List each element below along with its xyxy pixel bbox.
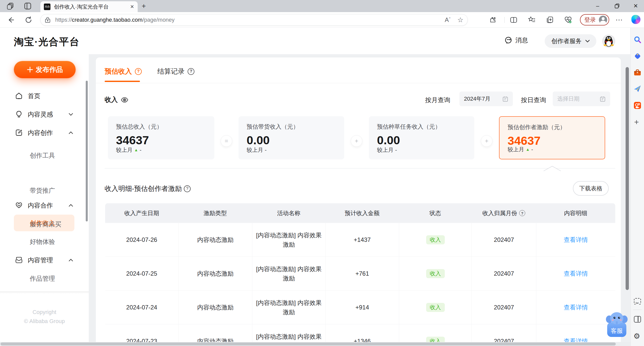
selected-card-caret [543, 165, 561, 171]
cell-type: 内容动态激励 [178, 257, 252, 290]
day-query-label: 按日查询 [521, 96, 546, 104]
stat-compare: 较上月▲- [116, 146, 141, 154]
cell-date: 2024-07-24 [105, 291, 178, 324]
active-tab-indicator [105, 81, 140, 82]
refresh-icon[interactable] [25, 16, 32, 24]
new-tab-button[interactable]: + [142, 2, 146, 10]
sidebar-item-promotion[interactable]: 带货推广 [30, 185, 55, 195]
cell-type: 内容动态激励 [178, 291, 252, 324]
stat-card-creator-incentive-selected[interactable]: 预估创作者激励（元） 34637 较上月▲- [499, 116, 605, 159]
plus-icon [27, 66, 33, 73]
screenshot-icon[interactable]: ✂ [634, 298, 641, 305]
view-details-link[interactable]: 查看详情 [564, 235, 588, 244]
month-query-label: 按月查询 [425, 96, 450, 104]
site-logo[interactable]: 淘宝·光合平台 [14, 35, 80, 49]
help-icon[interactable]: ? [188, 68, 194, 75]
status-badge: 收入 [426, 303, 445, 312]
month-picker-input[interactable]: 2024年7月 [459, 92, 513, 106]
tab-settlement-records[interactable]: 结算记录 ? [157, 67, 194, 76]
lock-icon[interactable] [45, 17, 51, 23]
income-detail-label: 收入明细-预估创作者激励 [105, 184, 182, 193]
table-header-row: 收入产生日期 激励类型 活动名称 预计收入金额 状态 收入归属月份? 内容明细 [105, 203, 615, 223]
messages-button[interactable]: 消息 [504, 36, 528, 44]
split-screen-icon[interactable] [510, 16, 517, 24]
site-favicon: 光合 [44, 4, 50, 10]
browser-tab[interactable]: 光合 创作收入·淘宝光合平台 ✕ [40, 1, 138, 12]
page-horizontal-scrollbar[interactable] [1, 342, 616, 345]
chevron-down-icon [585, 40, 590, 43]
shopping-tag-icon[interactable] [634, 52, 641, 60]
help-icon[interactable]: ? [135, 68, 142, 75]
sidebar-scrollbar[interactable] [86, 81, 88, 221]
tab-close-icon[interactable]: ✕ [130, 4, 134, 10]
tab-actions-icon[interactable] [24, 3, 31, 10]
status-badge: 收入 [426, 235, 445, 244]
cell-detail: 查看详情 [536, 223, 615, 256]
favorites-list-icon[interactable] [528, 16, 536, 24]
creator-service-dropdown[interactable]: 创作者服务 [545, 34, 596, 48]
read-aloud-icon[interactable]: A᾽ [445, 16, 451, 23]
collections-icon[interactable] [546, 16, 554, 24]
edit-icon [15, 129, 23, 136]
sidebar-item-management[interactable]: 内容管理 [0, 254, 89, 266]
kuaishou-icon[interactable] [634, 102, 641, 109]
day-picker-input[interactable]: 选择日期 [553, 92, 610, 106]
sidebar-item-home[interactable]: 首页 [0, 90, 89, 102]
window-restore-button[interactable] [609, 0, 625, 12]
split-window-icon[interactable] [634, 316, 641, 323]
sidebar-item-inspiration[interactable]: 内容灵感 [0, 108, 89, 120]
edge-sidebar: + ✂ ⚙ [630, 28, 644, 346]
tab-estimated-income[interactable]: 预估收入 ? [105, 67, 142, 76]
sidebar-item-creation-tools[interactable]: 创作工具 [30, 150, 55, 160]
help-icon[interactable]: ? [184, 185, 191, 192]
profile-icon [599, 16, 607, 24]
eye-icon[interactable] [121, 97, 128, 103]
sidebar-item-cooperation[interactable]: 内容合作 [0, 199, 89, 211]
stat-value: 0.00 [377, 133, 466, 147]
compare-delta: - [265, 147, 267, 153]
browser-essentials-icon[interactable] [564, 16, 572, 24]
extensions-icon[interactable] [489, 16, 497, 24]
status-badge: 收入 [426, 269, 445, 278]
window-close-button[interactable]: ✕ [627, 0, 644, 12]
tabs-divider [96, 83, 621, 83]
publish-work-button[interactable]: 发布作品 [14, 61, 76, 78]
sidebar-item-service-purchase[interactable]: 服务商采买 [30, 219, 61, 229]
toolbox-icon[interactable] [634, 69, 641, 76]
workspaces-icon[interactable] [7, 3, 14, 10]
page-vertical-scrollbar[interactable] [626, 67, 629, 290]
sidebar-item-works-management[interactable]: 作品管理 [30, 273, 55, 283]
window-minimize-button[interactable]: – [589, 0, 606, 12]
paper-plane-icon[interactable] [634, 85, 641, 93]
avatar[interactable] [602, 35, 615, 48]
stat-card-sales-income[interactable]: 预估带货收入（元） 0.00 较上月- [239, 116, 344, 159]
tab-label: 结算记录 [157, 67, 185, 76]
stat-card-task-income[interactable]: 预估种草任务收入（元） 0.00 较上月- [369, 116, 474, 159]
sidebar-item-creation[interactable]: 内容创作 [0, 127, 89, 139]
download-table-button[interactable]: 下载表格 [573, 181, 609, 196]
cell-amount: +914 [325, 291, 399, 324]
search-icon[interactable] [634, 36, 641, 43]
settings-more-icon[interactable]: … [615, 14, 623, 22]
login-button[interactable]: 登录 [580, 14, 609, 25]
toolbar-divider [504, 17, 505, 23]
message-icon [504, 36, 512, 44]
copilot-icon[interactable] [631, 15, 640, 24]
view-details-link[interactable]: 查看详情 [564, 269, 588, 278]
url-path: /page/money [142, 17, 174, 23]
view-details-link[interactable]: 查看详情 [564, 303, 588, 312]
back-icon[interactable] [7, 16, 15, 24]
help-icon[interactable]: ? [519, 210, 525, 216]
customer-service-widget[interactable]: 客服 [606, 311, 628, 337]
cell-type: 内容动态激励 [178, 223, 252, 256]
sidebar-item-label: 内容合作 [28, 201, 53, 210]
favorite-star-icon[interactable]: ☆ [457, 16, 463, 24]
sidebar-item-product-trial[interactable]: 好物体验 [30, 237, 55, 247]
column-header: 状态 [399, 203, 472, 223]
settings-gear-icon[interactable]: ⚙ [633, 332, 640, 340]
address-bar[interactable]: https://creator.guanghe.taobao.com/page/… [40, 14, 468, 26]
sidebar: 发布作品 首页 内容灵感 内容创作 创作工具 创作收入 带货推广 [0, 54, 89, 346]
stat-card-total-income[interactable]: 预估总收入（元） 34637 较上月▲- [108, 116, 214, 159]
add-sidebar-item-icon[interactable]: + [634, 118, 639, 127]
url-text[interactable]: https://creator.guanghe.taobao.com/page/… [55, 17, 174, 23]
